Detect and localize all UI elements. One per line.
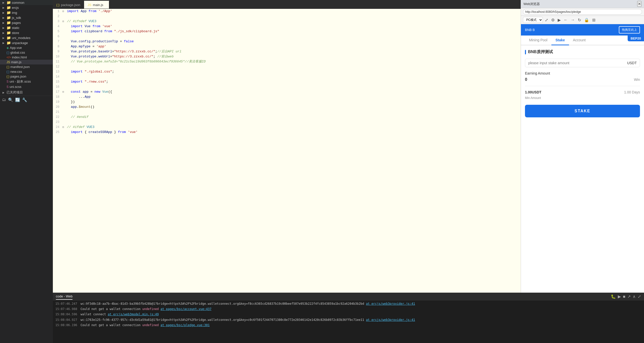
code-line: 18 ...App [53, 94, 521, 99]
sidebar-item-new-css[interactable]: ▶ { } new.css [0, 69, 53, 74]
browser-addressbar [521, 8, 644, 16]
stake-button[interactable]: STAKE [525, 105, 640, 117]
arrow-icon: ▶ [3, 16, 7, 19]
console-output: 15:07:46.247 wc:9f3d8c18-aa7b-4bac-81d3-… [53, 300, 644, 343]
sidebar-item-store[interactable]: ▶ 📁 store [0, 30, 53, 35]
console-link[interactable]: at ercjs/web3provider.js:41 [366, 318, 415, 322]
nav-item-mining-pool[interactable]: Mining Pool [525, 36, 551, 45]
toolbar-btn-back[interactable]: ← [563, 17, 569, 23]
code-line: 23 [53, 120, 521, 125]
app-nav: Mining Pool Stake Account [521, 36, 644, 45]
sidebar-footer-icon2[interactable]: 🔍 [8, 97, 13, 102]
sidebar-item-label: pages [12, 21, 21, 25]
code-line: 19 }) [53, 99, 521, 105]
console-error: undefined [142, 307, 161, 311]
earning-value-row: 0 Win [525, 77, 640, 82]
code-line: 9 Vue.prototype.baseUrl="https://3.zzxxb… [53, 49, 521, 54]
mode-select[interactable]: PC模式 [523, 17, 543, 23]
stop-button[interactable]: ■ [623, 294, 625, 299]
code-line: 15 import "./new.css"; [53, 79, 521, 84]
closed-projects-section[interactable]: ▶ 已关闭项目 [0, 89, 53, 96]
sidebar-item-js-sdk[interactable]: ▶ 📁 js_sdk [0, 15, 53, 20]
js-icon: JS [88, 3, 91, 7]
earning-amount: 0 [525, 77, 527, 82]
toolbar-btn-grid[interactable]: ⊞ [591, 17, 596, 23]
tab-main-js[interactable]: JS main.js [84, 1, 109, 9]
sidebar-item-static[interactable]: ▶ 📁 static [0, 25, 53, 30]
toolbar-btn-lock[interactable]: 🔒 [583, 17, 590, 23]
folder-icon: 📁 [7, 31, 11, 35]
stake-amount-input[interactable] [528, 61, 627, 65]
code-line: 16 [53, 84, 521, 89]
drag-button[interactable]: 拖拽至此上 [619, 26, 640, 33]
code-line: 3 ⊟ // #ifndef VUE3 [53, 19, 521, 24]
sidebar-item-label: unpackage [12, 41, 28, 45]
stake-input-row: USDT [525, 59, 640, 67]
debug-button[interactable]: 🐛 [611, 294, 616, 299]
arrow-icon: ▶ [3, 42, 7, 44]
collapse-button[interactable]: ∧ [633, 294, 636, 299]
console-link[interactable]: at pages/bsc/account.vue:437 [161, 307, 211, 311]
sidebar-item-pages-json[interactable]: ▶ { } pages.json [0, 74, 53, 79]
sidebar-item-label: static [12, 26, 19, 30]
nav-item-account[interactable]: Account [569, 36, 590, 45]
url-input[interactable] [523, 9, 642, 15]
folder-icon: 📁 [7, 6, 11, 10]
folder-icon: 📁 [7, 41, 11, 45]
sidebar-footer-icon3[interactable]: 🔄 [15, 97, 20, 102]
sidebar-item-index-html[interactable]: ▶ </> index.html [0, 55, 53, 60]
sidebar-item-common[interactable]: ▶ 📁 common [0, 0, 53, 5]
browser-close-button[interactable]: ✕ [637, 1, 641, 7]
code-line: 24 ⊟ // #ifdef VUE3 [53, 125, 521, 130]
folder-icon: 📁 [7, 36, 11, 40]
sidebar-item-pages[interactable]: ▶ 📁 pages [0, 20, 53, 25]
toolbar-btn-3[interactable]: ▶ [557, 17, 562, 23]
console-line: 15:08:06.196 Could not get a wallet conn… [55, 323, 641, 328]
code-line: 13 import "./global.css"; [53, 69, 521, 74]
json-file-icon: { } [7, 65, 9, 69]
sidebar-item-label: uni.scss [10, 85, 21, 89]
min-amount-row: 1.00USDT 1.00 Days [525, 90, 640, 94]
console-time: 15:08:06.196 [55, 323, 77, 327]
code-editor[interactable]: 1 ⊟ import App from './App' 2 3 ⊟ // [53, 9, 521, 293]
sidebar-item-ercjs[interactable]: ▶ 📁 ercjs [0, 5, 53, 10]
bottom-tab-code[interactable]: code - Web [56, 293, 72, 300]
console-link[interactable]: at ercjs/web3model.min.js:49 [108, 313, 159, 316]
sidebar-footer: 🗂 🔍 🔄 🔧 [0, 96, 53, 104]
sidebar-item-app-vue[interactable]: ▶ ◈ App.vue [0, 45, 53, 50]
arrow-icon: ▶ [3, 1, 7, 4]
folder-icon: 📁 [7, 1, 11, 5]
tab-label: package.json [61, 3, 80, 7]
tab-package-json[interactable]: { } package.json [53, 1, 84, 9]
toolbar-btn-2[interactable]: ⚙ [550, 17, 556, 23]
sidebar-item-manifest-json[interactable]: ▶ { } manifest.json [0, 64, 53, 69]
run-button[interactable]: ▶ [618, 294, 621, 299]
sidebar-item-label: store [12, 31, 19, 35]
console-link[interactable]: at ercjs/web3provider.js:41 [366, 302, 415, 305]
toolbar-btn-refresh[interactable]: ↻ [577, 17, 582, 23]
sidebar-item-global-css[interactable]: ▶ { } global.css [0, 50, 53, 55]
bottom-tab-bar: code - Web 🐛 ▶ ■ ↗ ∧ ⤢ [53, 293, 644, 300]
expand-button[interactable]: ⤢ [638, 294, 641, 299]
toolbar-btn-1[interactable]: ⤢ [544, 17, 549, 23]
sidebar-footer-icon4[interactable]: 🔧 [22, 97, 27, 102]
info-grid: Earning Amount 0 Win 1.00USDT 1.00 Days [525, 71, 640, 100]
sidebar-item-uni-scss-copy[interactable]: ▶ S uni - 副本.scss [0, 79, 53, 84]
nav-item-stake[interactable]: Stake [551, 36, 569, 45]
arrow-icon: ▶ [3, 26, 7, 29]
bottom-controls: 🐛 ▶ ■ ↗ ∧ ⤢ [611, 294, 641, 299]
js-file-icon: JS [7, 60, 10, 64]
console-link[interactable]: at pages/bsc/pledge.vue:301 [161, 323, 210, 327]
export-button[interactable]: ↗ [627, 294, 631, 299]
sidebar-item-main-js[interactable]: ▶ JS main.js [0, 60, 53, 64]
sidebar-footer-icon1[interactable]: 🗂 [2, 97, 6, 102]
sidebar-item-uni-modules[interactable]: ▶ 📁 uni_modules [0, 35, 53, 40]
toolbar-btn-forward[interactable]: → [570, 17, 576, 23]
sidebar-item-unpackage[interactable]: ▶ 📁 unpackage [0, 40, 53, 45]
tab-bar: { } package.json JS main.js [53, 0, 521, 9]
scss-file-icon: S [7, 85, 9, 89]
divider [525, 86, 640, 86]
browser-toolbar: PC模式 ⤢ ⚙ ▶ ← → ↻ 🔒 ⊞ [521, 16, 644, 24]
sidebar-item-img[interactable]: ▶ 📁 img [0, 10, 53, 15]
sidebar-item-uni-scss[interactable]: ▶ S uni.scss [0, 84, 53, 89]
